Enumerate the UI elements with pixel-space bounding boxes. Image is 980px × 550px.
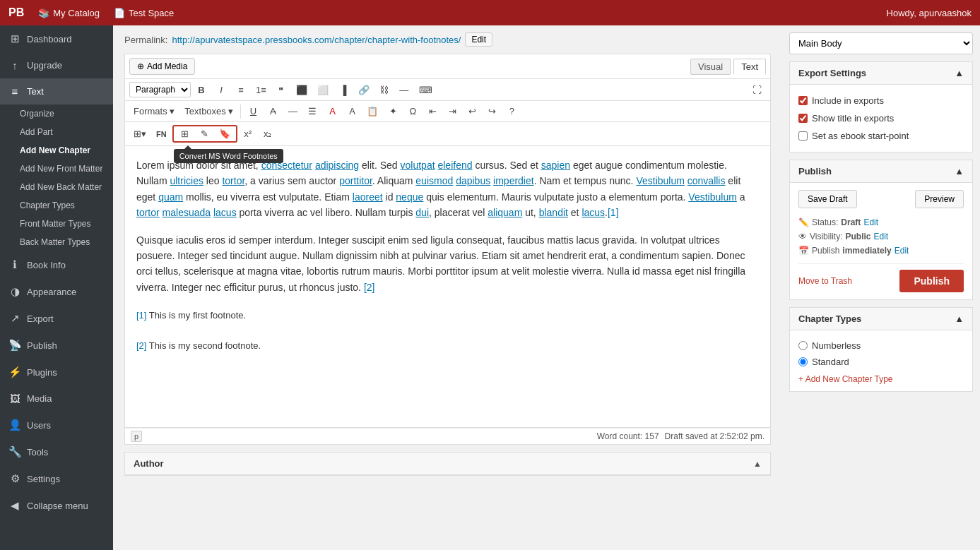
- sidebar-item-tools[interactable]: 🔧 Tools: [0, 438, 113, 465]
- main-body-select[interactable]: Main Body: [789, 32, 973, 54]
- sidebar-item-collapse[interactable]: ◀ Collapse menu: [0, 492, 113, 519]
- export-settings-toggle[interactable]: ▲: [955, 68, 964, 78]
- move-to-trash-link[interactable]: Move to Trash: [798, 276, 852, 286]
- footnote-1-link[interactable]: [1]: [136, 310, 146, 321]
- chapter-types-toggle[interactable]: ▲: [955, 313, 964, 324]
- fn-button[interactable]: FN: [152, 128, 171, 141]
- topbar-logo[interactable]: PB: [8, 6, 24, 19]
- publish-button[interactable]: Publish: [899, 270, 964, 292]
- link-convallis[interactable]: convallis: [687, 175, 726, 186]
- permalink-edit-button[interactable]: Edit: [465, 32, 492, 47]
- sidebar-item-plugins[interactable]: ⚡ Plugins: [0, 359, 113, 385]
- link-neque[interactable]: neque: [396, 191, 423, 203]
- redo-button[interactable]: ↪: [483, 104, 501, 119]
- preview-button[interactable]: Preview: [915, 190, 964, 208]
- textboxes-dropdown-button[interactable]: Textboxes ▾: [180, 104, 237, 119]
- indent-button[interactable]: ⇥: [443, 104, 461, 119]
- sidebar-item-media[interactable]: 🖼 Media: [0, 385, 113, 412]
- footnote-ref-2[interactable]: [2]: [364, 282, 375, 293]
- link-button[interactable]: 🔗: [354, 83, 374, 97]
- link-lacus2[interactable]: lacus: [581, 207, 605, 218]
- tab-text[interactable]: Text: [733, 59, 766, 75]
- justify-button[interactable]: ☰: [303, 104, 321, 119]
- sidebar-subitem-add-front-matter[interactable]: Add New Front Matter: [0, 160, 113, 178]
- link-blandit[interactable]: blandit: [539, 207, 568, 218]
- sidebar-item-text[interactable]: ≡ Text: [0, 78, 113, 104]
- tab-visual[interactable]: Visual: [690, 59, 731, 75]
- convert-footnotes-button[interactable]: ⊞: [176, 127, 194, 141]
- sidebar-subitem-add-part[interactable]: Add Part: [0, 123, 113, 141]
- italic-button[interactable]: I: [212, 83, 230, 97]
- standard-radio[interactable]: [798, 357, 808, 366]
- link-laoreet[interactable]: laoreet: [353, 191, 383, 203]
- paste-button[interactable]: 📋: [362, 104, 382, 119]
- footnote-ref-1[interactable]: [1]: [608, 207, 619, 218]
- superscript-button[interactable]: x²: [239, 126, 257, 141]
- link-quam[interactable]: quam: [158, 191, 183, 203]
- help-button[interactable]: ?: [502, 104, 521, 119]
- edit-status-link[interactable]: Edit: [863, 217, 878, 227]
- sidebar-subitem-add-chapter[interactable]: Add New Chapter: [0, 141, 113, 160]
- link-vestibulum[interactable]: Vestibulum: [636, 175, 684, 186]
- align-center-button[interactable]: ⬜: [313, 83, 333, 97]
- sidebar-item-appearance[interactable]: ◑ Appearance: [0, 278, 113, 305]
- sidebar-item-settings[interactable]: ⚙ Settings: [0, 465, 113, 492]
- link-lacus[interactable]: lacus: [213, 207, 237, 218]
- link-euismod[interactable]: euismod: [415, 175, 453, 186]
- link-imperdiet[interactable]: imperdiet: [493, 175, 534, 186]
- show-title-checkbox[interactable]: [798, 114, 808, 123]
- underline-button[interactable]: U: [244, 104, 262, 119]
- editor-content[interactable]: Lorem ipsum dolor sit amet, consectetur …: [124, 145, 771, 428]
- table-button[interactable]: ⊞▾: [129, 126, 150, 141]
- link-adipiscing[interactable]: adipiscing: [315, 160, 359, 171]
- paragraph-select[interactable]: Paragraph: [129, 82, 191, 97]
- special-char-button[interactable]: Ω: [403, 104, 422, 119]
- sidebar-item-book-info[interactable]: ℹ Book Info: [0, 251, 113, 278]
- footnote-2-link[interactable]: [2]: [136, 340, 146, 351]
- link-eleifend[interactable]: eleifend: [437, 160, 472, 171]
- my-catalog-link[interactable]: 📚 My Catalog: [38, 8, 100, 18]
- sidebar-subitem-chapter-types[interactable]: Chapter Types: [0, 196, 113, 215]
- publish-toggle[interactable]: ▲: [955, 166, 964, 177]
- sidebar-subitem-add-back-matter[interactable]: Add New Back Matter: [0, 178, 113, 196]
- author-toggle-icon[interactable]: ▲: [753, 459, 762, 469]
- include-exports-checkbox[interactable]: [798, 96, 808, 105]
- background-color-button[interactable]: A: [343, 104, 361, 119]
- link-tortor[interactable]: tortor: [222, 175, 244, 186]
- strikethrough-button[interactable]: A̶: [264, 104, 282, 119]
- link-ultricies[interactable]: ultricies: [170, 175, 203, 186]
- link-dapibus[interactable]: dapibus: [456, 175, 490, 186]
- link-malesuada[interactable]: malesuada: [163, 207, 211, 218]
- save-draft-button[interactable]: Save Draft: [798, 190, 857, 208]
- sidebar-subitem-front-matter-types[interactable]: Front Matter Types: [0, 215, 113, 233]
- sidebar-subitem-organize[interactable]: Organize: [0, 104, 113, 123]
- link-dui[interactable]: dui: [415, 207, 429, 218]
- permalink-url[interactable]: http://apurvatestspace.pressbooks.com/ch…: [172, 35, 461, 45]
- add-media-button[interactable]: ⊕ Add Media: [129, 58, 195, 75]
- link-tortor2[interactable]: tortor: [136, 207, 160, 218]
- ebook-start-checkbox[interactable]: [798, 131, 808, 141]
- bold-button[interactable]: B: [192, 83, 211, 97]
- edit-visibility-link[interactable]: Edit: [873, 232, 888, 241]
- ordered-list-button[interactable]: 1≡: [252, 83, 271, 97]
- fullscreen-button[interactable]: ⛶: [748, 83, 766, 97]
- sidebar-item-export[interactable]: ↗ Export: [0, 305, 113, 332]
- bookmark-button[interactable]: 🔖: [216, 127, 234, 141]
- sidebar-item-publish[interactable]: 📡 Publish: [0, 332, 113, 359]
- keyboard-button[interactable]: ⌨: [415, 83, 437, 97]
- add-chapter-type-link[interactable]: + Add New Chapter Type: [798, 374, 964, 384]
- sidebar-item-users[interactable]: 👤 Users: [0, 412, 113, 438]
- hr-button[interactable]: —: [283, 104, 302, 119]
- edit-time-link[interactable]: Edit: [895, 246, 909, 256]
- insert-more-button[interactable]: —: [395, 83, 413, 97]
- font-color-button[interactable]: A: [323, 104, 341, 119]
- sidebar-item-upgrade[interactable]: ↑ Upgrade: [0, 52, 113, 78]
- outdent-button[interactable]: ⇤: [423, 104, 442, 119]
- subscript-button[interactable]: x₂: [259, 126, 277, 141]
- blockquote-button[interactable]: ❝: [272, 83, 290, 97]
- link-porttitor[interactable]: porttitor: [339, 175, 372, 186]
- unordered-list-button[interactable]: ≡: [232, 83, 250, 97]
- sidebar-subitem-back-matter-types[interactable]: Back Matter Types: [0, 233, 113, 251]
- formats-dropdown-button[interactable]: Formats ▾: [129, 104, 179, 119]
- link-sapien[interactable]: sapien: [541, 160, 570, 171]
